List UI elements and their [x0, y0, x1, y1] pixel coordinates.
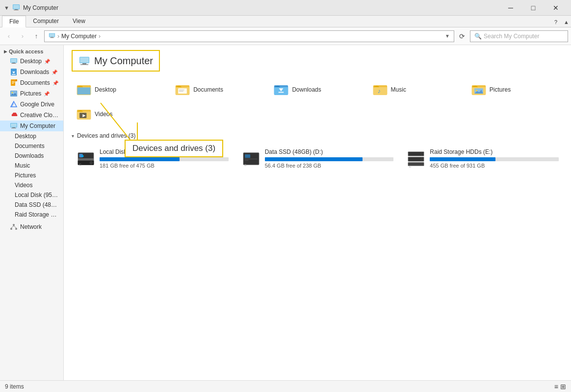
drives-grid: C: Local Disk (95GB) (C:) 181 GB free of… [72, 144, 563, 173]
svg-point-69 [90, 161, 92, 164]
address-path[interactable]: › My Computer › ▼ [44, 30, 454, 42]
sidebar-label-mycomputer: My Computer [20, 122, 55, 129]
sidebar-item-mycomputer[interactable]: My Computer [0, 121, 63, 131]
sidebar-sub-documents[interactable]: Documents [0, 141, 63, 151]
sidebar-sub-label-datassd: Data SSD (48GB) (D: [15, 201, 59, 208]
title-bar-controls: ─ □ ✕ [499, 0, 567, 16]
folder-item-documents[interactable]: Documents [170, 78, 267, 101]
svg-point-83 [421, 158, 423, 160]
sidebar-item-network[interactable]: Network [0, 221, 63, 232]
search-placeholder: Search My Computer [484, 33, 539, 40]
sidebar-item-googledrive[interactable]: Google Drive [0, 99, 63, 110]
content-area: My Computer Desktop Documents [64, 45, 571, 380]
sidebar-item-documents[interactable]: Documents 📌 [0, 77, 63, 88]
folder-item-videos[interactable]: Videos [72, 103, 168, 125]
svg-rect-43 [78, 88, 91, 95]
toolbar-icon: ▼ [4, 5, 9, 11]
svg-rect-17 [15, 79, 17, 81]
drive-c-info: Local Disk (95GB) (C:) 181 GB free of 47… [100, 148, 229, 169]
view-list-icon[interactable]: ≡ [554, 383, 558, 391]
raidhdd-e-icon: E: [406, 149, 426, 169]
breadcrumb-sep: › [57, 33, 59, 40]
svg-rect-1 [13, 5, 19, 9]
sidebar-item-downloads[interactable]: Downloads 📌 [0, 67, 63, 77]
tab-file[interactable]: File [2, 16, 26, 27]
drive-c-bar-bg [100, 157, 229, 161]
sidebar-label-network: Network [20, 223, 42, 230]
drive-item-c[interactable]: C: Local Disk (95GB) (C:) 181 GB free of… [72, 144, 233, 173]
drive-d-bar-bg [265, 157, 394, 161]
sidebar-label-creativecloud: Creative Cloud Files [20, 112, 59, 119]
sidebar: ▶ Quick access Desktop 📌 Downloads 📌 Doc… [0, 45, 64, 380]
pin-icon-docs: 📌 [52, 80, 58, 86]
status-bar: 9 items ≡ ⊞ [0, 380, 571, 392]
svg-text:C:: C: [79, 163, 82, 166]
drive-c-bar [100, 157, 180, 161]
mycomputer-icon [10, 122, 18, 130]
desktop-icon [10, 57, 18, 65]
tab-view[interactable]: View [66, 15, 92, 27]
sidebar-item-pictures[interactable]: Pictures 📌 [0, 88, 63, 99]
tab-computer[interactable]: Computer [26, 15, 66, 27]
back-button[interactable]: ‹ [3, 30, 15, 42]
svg-rect-3 [14, 10, 19, 10]
forward-button[interactable]: › [17, 30, 28, 42]
breadcrumb-mycomputer[interactable]: My Computer [61, 33, 97, 40]
folder-desktop-icon [76, 82, 92, 98]
folder-item-desktop[interactable]: Desktop [72, 78, 168, 101]
svg-rect-28 [11, 123, 17, 127]
mycomputer-large-icon [78, 55, 90, 67]
dropdown-arrow-icon[interactable]: ▼ [445, 33, 450, 39]
sidebar-sub-pictures[interactable]: Pictures [0, 171, 63, 180]
svg-point-31 [13, 224, 15, 226]
sidebar-label-downloads: Downloads [20, 69, 49, 75]
svg-rect-14 [12, 74, 16, 75]
drives-section-header[interactable]: ▾ Devices and drives (3) [72, 132, 563, 139]
drives-chevron-icon: ▾ [72, 133, 74, 139]
folder-videos-icon [76, 106, 92, 122]
minimize-button[interactable]: ─ [499, 0, 522, 16]
drive-c-free: 181 GB free of 475 GB [100, 163, 229, 169]
sidebar-sub-label-music: Music [15, 162, 30, 169]
sidebar-sub-label-localdisk: Local Disk (95GB) (C: [15, 192, 59, 198]
svg-text:E:: E: [410, 166, 412, 168]
sidebar-item-creativecloud[interactable]: Creative Cloud Files [0, 110, 63, 121]
folder-item-pictures[interactable]: Pictures [467, 78, 563, 101]
datassd-d-icon: D: [241, 149, 261, 169]
help-button[interactable]: ? [550, 17, 562, 27]
refresh-button[interactable]: ⟳ [456, 30, 468, 42]
drive-e-bar [430, 157, 495, 161]
folder-item-downloads[interactable]: Downloads [269, 78, 365, 101]
sidebar-sub-desktop[interactable]: Desktop [0, 131, 63, 141]
sidebar-sub-downloads[interactable]: Downloads [0, 151, 63, 161]
svg-rect-70 [81, 155, 84, 157]
close-button[interactable]: ✕ [545, 0, 567, 16]
svg-rect-18 [12, 81, 15, 82]
sidebar-sub-videos[interactable]: Videos [0, 180, 63, 190]
maximize-button[interactable]: □ [522, 0, 545, 16]
drive-item-e[interactable]: E: Raid Storage HDDs (E:) 455 GB free of… [402, 144, 563, 173]
pin-icon-pics: 📌 [44, 91, 50, 97]
sidebar-sub-raidhdds[interactable]: Raid Storage HDDs [0, 210, 63, 220]
view-grid-icon[interactable]: ⊞ [560, 383, 566, 391]
sidebar-sub-music[interactable]: Music [0, 161, 63, 171]
sidebar-sub-datassd[interactable]: Data SSD (48GB) (D: [0, 200, 63, 210]
downloads-icon [10, 68, 18, 76]
sidebar-sub-localdisk[interactable]: Local Disk (95GB) (C: [0, 190, 63, 200]
up-button[interactable]: ↑ [30, 30, 42, 42]
main-layout: ▶ Quick access Desktop 📌 Downloads 📌 Doc… [0, 45, 571, 380]
folder-item-music[interactable]: ♪ Music [368, 78, 465, 101]
svg-rect-7 [50, 37, 54, 38]
svg-text:♪: ♪ [377, 88, 380, 95]
svg-rect-30 [11, 128, 16, 128]
folders-grid: Desktop Documents Downloads ♪ [72, 78, 563, 125]
drive-d-name: Data SSD (48GB) (D:) [265, 148, 394, 155]
title-bar: ▼ My Computer ─ □ ✕ [0, 0, 571, 16]
svg-rect-11 [11, 63, 16, 64]
sidebar-item-desktop[interactable]: Desktop 📌 [0, 56, 63, 67]
drive-d-bar [265, 157, 363, 161]
quick-access-header[interactable]: ▶ Quick access [0, 47, 63, 56]
search-box[interactable]: 🔍 Search My Computer [470, 30, 568, 42]
title-bar-left: ▼ My Computer [4, 3, 58, 12]
drive-item-d[interactable]: D: Data SSD (48GB) (D:) 56.4 GB free of … [237, 144, 398, 173]
